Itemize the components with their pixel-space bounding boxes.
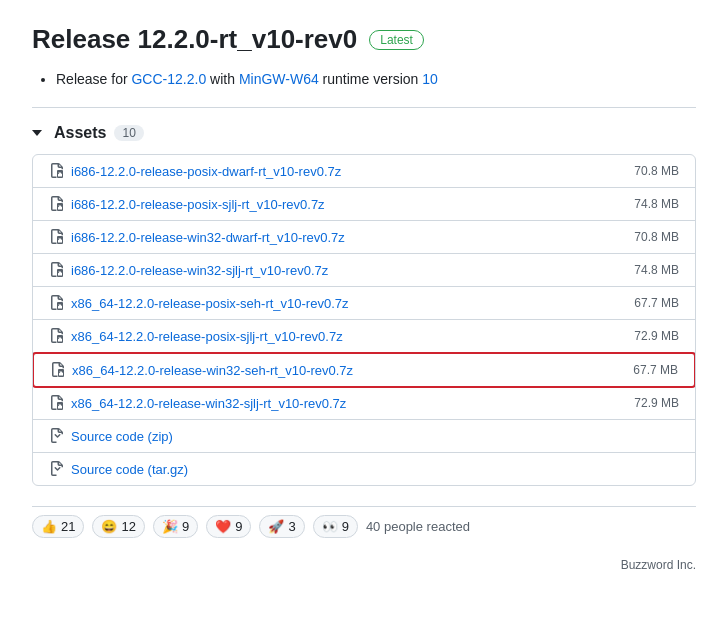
reaction-count: 12 bbox=[121, 519, 135, 534]
asset-link[interactable]: i686-12.2.0-release-win32-dwarf-rt_v10-r… bbox=[71, 230, 345, 245]
archive-icon bbox=[49, 262, 65, 278]
asset-link[interactable]: i686-12.2.0-release-posix-dwarf-rt_v10-r… bbox=[71, 164, 341, 179]
divider bbox=[32, 107, 696, 108]
reaction-emoji: 👍 bbox=[41, 519, 57, 534]
asset-link[interactable]: Source code (tar.gz) bbox=[71, 462, 188, 477]
reaction-button[interactable]: 🚀3 bbox=[259, 515, 304, 538]
archive-icon bbox=[49, 229, 65, 245]
asset-item[interactable]: i686-12.2.0-release-win32-dwarf-rt_v10-r… bbox=[33, 221, 695, 254]
asset-item[interactable]: x86_64-12.2.0-release-win32-seh-rt_v10-r… bbox=[32, 352, 696, 388]
asset-link[interactable]: x86_64-12.2.0-release-win32-seh-rt_v10-r… bbox=[72, 363, 353, 378]
asset-size: 67.7 MB bbox=[634, 296, 679, 310]
asset-size: 74.8 MB bbox=[634, 197, 679, 211]
archive-icon bbox=[49, 395, 65, 411]
reaction-count: 9 bbox=[342, 519, 349, 534]
reaction-count: 9 bbox=[182, 519, 189, 534]
assets-title: Assets bbox=[54, 124, 106, 142]
asset-size: 74.8 MB bbox=[634, 263, 679, 277]
asset-link[interactable]: x86_64-12.2.0-release-posix-seh-rt_v10-r… bbox=[71, 296, 348, 311]
asset-link[interactable]: Source code (zip) bbox=[71, 429, 173, 444]
asset-size: 70.8 MB bbox=[634, 164, 679, 178]
reaction-button[interactable]: 😄12 bbox=[92, 515, 144, 538]
release-title: Release 12.2.0-rt_v10-rev0 bbox=[32, 24, 357, 55]
footer-text: Buzzword Inc. bbox=[32, 558, 696, 572]
asset-link[interactable]: x86_64-12.2.0-release-posix-sjlj-rt_v10-… bbox=[71, 329, 343, 344]
release-description: Release for GCC-12.2.0 with MinGW-W64 ru… bbox=[32, 71, 696, 87]
archive-icon bbox=[49, 328, 65, 344]
latest-badge: Latest bbox=[369, 30, 424, 50]
reaction-button[interactable]: ❤️9 bbox=[206, 515, 251, 538]
reaction-button[interactable]: 🎉9 bbox=[153, 515, 198, 538]
asset-size: 70.8 MB bbox=[634, 230, 679, 244]
archive-icon bbox=[49, 163, 65, 179]
asset-link[interactable]: x86_64-12.2.0-release-win32-sjlj-rt_v10-… bbox=[71, 396, 346, 411]
reaction-emoji: 🚀 bbox=[268, 519, 284, 534]
asset-item[interactable]: i686-12.2.0-release-posix-sjlj-rt_v10-re… bbox=[33, 188, 695, 221]
asset-size: 72.9 MB bbox=[634, 396, 679, 410]
asset-item[interactable]: i686-12.2.0-release-posix-dwarf-rt_v10-r… bbox=[33, 155, 695, 188]
asset-item[interactable]: Source code (tar.gz) bbox=[33, 453, 695, 485]
asset-item[interactable]: i686-12.2.0-release-win32-sjlj-rt_v10-re… bbox=[33, 254, 695, 287]
archive-icon bbox=[49, 196, 65, 212]
source-icon bbox=[49, 461, 65, 477]
asset-item[interactable]: Source code (zip) bbox=[33, 420, 695, 453]
reaction-button[interactable]: 👀9 bbox=[313, 515, 358, 538]
archive-icon bbox=[50, 362, 66, 378]
archive-icon bbox=[49, 295, 65, 311]
reaction-count: 3 bbox=[288, 519, 295, 534]
reaction-count: 21 bbox=[61, 519, 75, 534]
reaction-emoji: 👀 bbox=[322, 519, 338, 534]
assets-count-badge: 10 bbox=[114, 125, 143, 141]
collapse-triangle-icon bbox=[32, 130, 42, 136]
asset-link[interactable]: i686-12.2.0-release-posix-sjlj-rt_v10-re… bbox=[71, 197, 325, 212]
reactions-text: 40 people reacted bbox=[366, 519, 470, 534]
asset-link[interactable]: i686-12.2.0-release-win32-sjlj-rt_v10-re… bbox=[71, 263, 328, 278]
asset-item[interactable]: x86_64-12.2.0-release-posix-sjlj-rt_v10-… bbox=[33, 320, 695, 353]
reaction-button[interactable]: 👍21 bbox=[32, 515, 84, 538]
asset-size: 67.7 MB bbox=[633, 363, 678, 377]
asset-size: 72.9 MB bbox=[634, 329, 679, 343]
asset-item[interactable]: x86_64-12.2.0-release-win32-sjlj-rt_v10-… bbox=[33, 387, 695, 420]
reaction-emoji: 😄 bbox=[101, 519, 117, 534]
source-icon bbox=[49, 428, 65, 444]
reaction-emoji: ❤️ bbox=[215, 519, 231, 534]
reaction-count: 9 bbox=[235, 519, 242, 534]
reaction-emoji: 🎉 bbox=[162, 519, 178, 534]
asset-item[interactable]: x86_64-12.2.0-release-posix-seh-rt_v10-r… bbox=[33, 287, 695, 320]
reactions-row: 👍21😄12🎉9❤️9🚀3👀940 people reacted bbox=[32, 506, 696, 546]
assets-list: i686-12.2.0-release-posix-dwarf-rt_v10-r… bbox=[32, 154, 696, 486]
